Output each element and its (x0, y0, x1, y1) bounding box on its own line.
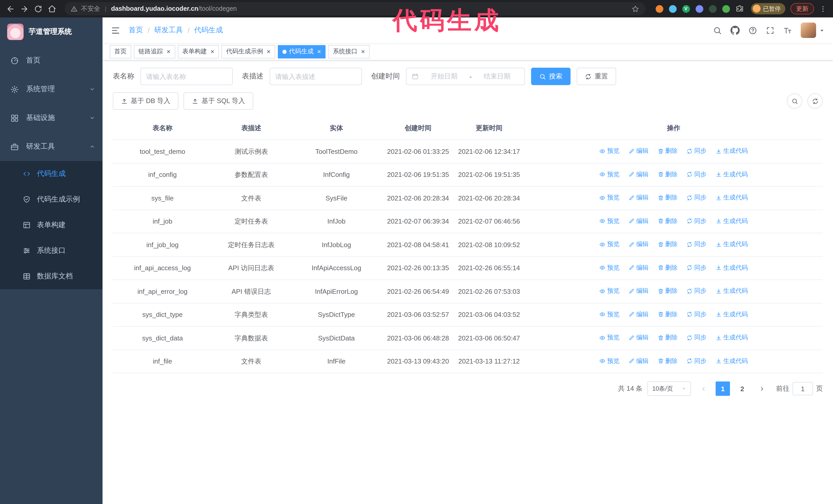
refresh-table-button[interactable] (807, 93, 823, 109)
preview-link[interactable]: 预览 (599, 146, 619, 157)
address-bar[interactable]: 不安全 | dashboard.yudao.iocoder.cn/tool/co… (65, 2, 645, 16)
breadcrumb-home[interactable]: 首页 (129, 26, 143, 35)
preview-link[interactable]: 预览 (599, 332, 619, 343)
preview-link[interactable]: 预览 (599, 309, 619, 320)
search-button[interactable]: 搜索 (531, 68, 571, 85)
sync-link[interactable]: 同步 (687, 216, 707, 226)
fullscreen-icon[interactable] (766, 26, 775, 34)
reset-button[interactable]: 重置 (577, 68, 616, 85)
generate-code-link[interactable]: 生成代码 (716, 216, 748, 226)
close-icon[interactable]: × (167, 48, 170, 55)
delete-link[interactable]: 删除 (658, 169, 677, 180)
sidebar-item-codegen-example[interactable]: 代码生成示例 (0, 187, 102, 212)
sync-link[interactable]: 同步 (687, 286, 707, 296)
close-icon[interactable]: × (210, 48, 214, 55)
tab-codegen[interactable]: 代码生成× (278, 45, 326, 58)
edit-link[interactable]: 编辑 (628, 286, 648, 296)
tab-form-builder[interactable]: 表单构建× (177, 45, 219, 58)
generate-code-link[interactable]: 生成代码 (716, 239, 748, 250)
update-button[interactable]: 更新 (790, 3, 814, 14)
import-sql-button[interactable]: 基于 SQL 导入 (184, 92, 254, 110)
generate-code-link[interactable]: 生成代码 (716, 332, 748, 343)
browser-home-icon[interactable] (48, 4, 56, 13)
generate-code-link[interactable]: 生成代码 (716, 356, 748, 366)
goto-page-input[interactable] (792, 382, 813, 395)
delete-link[interactable]: 删除 (658, 356, 677, 366)
hamster-extension-icon[interactable] (656, 5, 663, 13)
edit-link[interactable]: 编辑 (628, 146, 648, 157)
delete-link[interactable]: 删除 (658, 216, 677, 226)
question-icon[interactable] (748, 26, 757, 34)
sidebar-item-system-api[interactable]: 系统接口 (0, 238, 102, 264)
import-db-button[interactable]: 基于 DB 导入 (113, 92, 178, 110)
preview-link[interactable]: 预览 (599, 356, 619, 366)
sidebar-item-home[interactable]: 首页 (0, 46, 102, 75)
preview-link[interactable]: 预览 (599, 262, 619, 273)
generate-code-link[interactable]: 生成代码 (716, 262, 748, 273)
toggle-search-button[interactable] (787, 93, 802, 109)
delete-link[interactable]: 删除 (658, 146, 677, 157)
prev-page-button[interactable] (696, 381, 711, 396)
tab-system-api[interactable]: 系统接口× (328, 45, 370, 58)
sidebar-item-system-management[interactable]: 系统管理 (0, 75, 102, 103)
table-desc-input[interactable] (270, 68, 362, 85)
generate-code-link[interactable]: 生成代码 (716, 169, 748, 180)
table-name-input[interactable] (140, 68, 233, 85)
hamburger-icon[interactable] (111, 25, 120, 35)
delete-link[interactable]: 删除 (658, 332, 677, 343)
paused-badge[interactable]: 已暂停 (751, 3, 785, 14)
generate-code-link[interactable]: 生成代码 (716, 146, 748, 157)
delete-link[interactable]: 删除 (658, 286, 677, 296)
sync-link[interactable]: 同步 (687, 239, 707, 250)
edit-link[interactable]: 编辑 (628, 239, 648, 250)
preview-link[interactable]: 预览 (599, 239, 619, 250)
font-size-icon[interactable] (783, 26, 792, 34)
contacts-extension-icon[interactable] (695, 5, 703, 13)
v-extension-icon[interactable]: V (682, 5, 690, 13)
generate-code-link[interactable]: 生成代码 (716, 309, 748, 320)
search-icon[interactable] (713, 26, 722, 34)
close-icon[interactable]: × (317, 48, 321, 55)
delete-link[interactable]: 删除 (658, 262, 677, 273)
table-desc-field[interactable] (275, 73, 356, 80)
puzzle-extension-icon[interactable] (735, 5, 743, 13)
sidebar-item-codegen[interactable]: 代码生成 (0, 161, 102, 187)
delete-link[interactable]: 删除 (658, 309, 677, 320)
preview-link[interactable]: 预览 (599, 169, 619, 180)
edit-link[interactable]: 编辑 (628, 262, 648, 273)
sidebar-item-dev-tools[interactable]: 研发工具 (0, 132, 102, 161)
sync-link[interactable]: 同步 (687, 309, 707, 320)
sync-link[interactable]: 同步 (687, 332, 707, 343)
edit-link[interactable]: 编辑 (628, 309, 648, 320)
generate-code-link[interactable]: 生成代码 (716, 192, 748, 203)
table-name-field[interactable] (146, 73, 227, 80)
edit-link[interactable]: 编辑 (628, 169, 648, 180)
close-icon[interactable]: × (266, 48, 270, 55)
kebab-menu-icon[interactable] (819, 5, 827, 13)
page-2-button[interactable]: 2 (735, 381, 749, 396)
bookmark-star-icon[interactable] (631, 5, 639, 13)
generate-code-link[interactable]: 生成代码 (716, 286, 748, 296)
back-icon[interactable] (6, 4, 15, 13)
edit-link[interactable]: 编辑 (628, 216, 648, 226)
close-icon[interactable]: × (361, 48, 365, 55)
sync-link[interactable]: 同步 (687, 146, 707, 157)
delete-link[interactable]: 删除 (658, 239, 677, 250)
sync-link[interactable]: 同步 (687, 262, 707, 273)
edit-link[interactable]: 编辑 (628, 332, 648, 343)
sidebar-item-db-doc[interactable]: 数据库文档 (0, 264, 102, 289)
sidebar-item-infrastructure[interactable]: 基础设施 (0, 103, 102, 132)
tab-home[interactable]: 首页 (110, 45, 131, 58)
forward-icon[interactable] (20, 4, 29, 13)
preview-link[interactable]: 预览 (599, 286, 619, 296)
github-icon[interactable] (731, 26, 740, 35)
edit-link[interactable]: 编辑 (628, 356, 648, 366)
tab-codegen-example[interactable]: 代码生成示例× (221, 45, 275, 58)
preview-link[interactable]: 预览 (599, 216, 619, 226)
next-page-button[interactable] (755, 381, 769, 396)
user-menu[interactable] (801, 23, 825, 38)
drop-extension-icon[interactable] (669, 5, 676, 13)
leaf-extension-icon[interactable] (722, 5, 730, 13)
delete-link[interactable]: 删除 (658, 192, 677, 203)
create-time-range-picker[interactable]: 开始日期 - 结束日期 (406, 68, 525, 85)
